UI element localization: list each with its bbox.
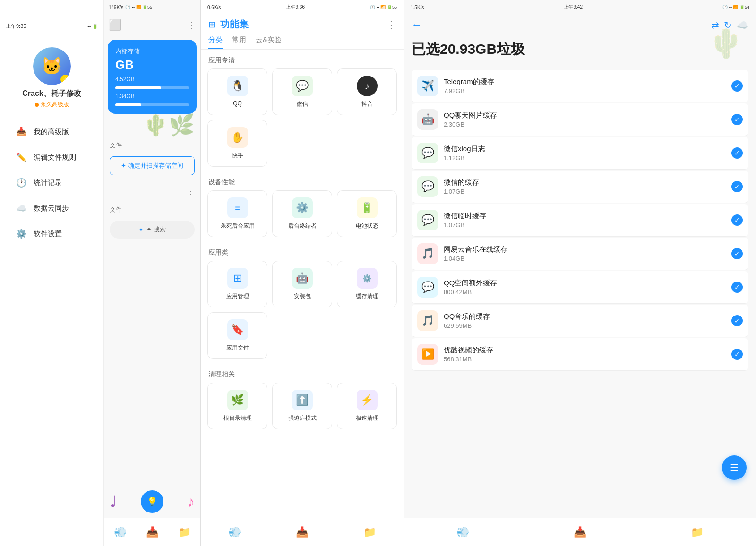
- junk-list-item[interactable]: 🎵 网易云音乐在线缓存 1.04GB ✓: [412, 238, 748, 270]
- junk-app-icon: 💬: [417, 277, 438, 298]
- music-note-2: ♪: [187, 493, 195, 511]
- time-4: 上午9:42: [564, 4, 582, 10]
- sidebar-item-stats[interactable]: 🕐 统计记录: [7, 171, 97, 195]
- feature-battery[interactable]: 🔋 电池状态: [337, 190, 397, 237]
- junk-list-item[interactable]: 💬 微信xlog日志 1.12GB ✓: [412, 137, 748, 170]
- feature-fast-clean[interactable]: ⚡ 极速清理: [337, 383, 397, 429]
- apk-icon: 🤖: [292, 268, 313, 289]
- panel3-nav-home[interactable]: 💨: [228, 526, 241, 538]
- sidebar-item-premium[interactable]: 📥 我的高级版: [7, 120, 97, 144]
- feature-douyin[interactable]: ♪ 抖音: [337, 68, 397, 115]
- junk-list-item[interactable]: ▶️ 优酷视频的缓存 568.31MB ✓: [412, 338, 748, 371]
- storage-gb: GB: [115, 58, 189, 72]
- nav-download-icon[interactable]: 📥: [146, 526, 159, 538]
- sidebar-item-cloud[interactable]: ☁️ 数据云同步: [7, 196, 97, 220]
- feature-root-clean[interactable]: 🌿 根目录清理: [207, 383, 267, 429]
- junk-list-item[interactable]: 💬 微信的缓存 1.07GB ✓: [412, 171, 748, 203]
- junk-item-info: Telegram的缓存 7.92GB: [444, 77, 726, 94]
- music-note-1: ♩: [110, 493, 117, 511]
- panel4-nav-folder[interactable]: 📁: [691, 526, 704, 538]
- junk-app-icon: 💬: [417, 176, 438, 197]
- feature-app-manage[interactable]: ⊞ 应用管理: [207, 261, 267, 307]
- junk-list-item[interactable]: 🎵 QQ音乐的缓存 629.59MB ✓: [412, 305, 748, 337]
- junk-check-icon[interactable]: ✓: [731, 248, 743, 259]
- tab-cloud[interactable]: 云&实验: [256, 35, 282, 49]
- junk-item-info: 微信临时缓存 1.07GB: [444, 212, 726, 229]
- junk-item-name: 微信的缓存: [444, 178, 726, 187]
- back-button[interactable]: ←: [412, 19, 422, 31]
- music-play-button[interactable]: 💡: [141, 490, 163, 513]
- feature-bg-killer[interactable]: ⚙️ 后台终结者: [272, 190, 332, 237]
- feature-wechat[interactable]: 💬 微信: [272, 68, 332, 115]
- bg-killer-label: 后台终结者: [288, 222, 317, 230]
- feature-qq[interactable]: 🐧 QQ: [207, 68, 267, 115]
- panel2-carousel-icon[interactable]: ⬜: [109, 19, 121, 31]
- more-icon-3[interactable]: ⋮: [387, 19, 396, 30]
- junk-list-item[interactable]: ✈️ Telegram的缓存 7.92GB ✓: [412, 70, 748, 102]
- feature-kuaishou[interactable]: ✋ 快手: [207, 120, 267, 167]
- panel3-nav-folder[interactable]: 📁: [363, 526, 376, 538]
- search-button[interactable]: ✦ ✦ 搜索: [110, 221, 195, 239]
- junk-check-icon[interactable]: ✓: [731, 147, 743, 159]
- junk-item-size: 1.07GB: [444, 222, 726, 229]
- junk-list-item[interactable]: 💬 QQ空间额外缓存 800.42MB ✓: [412, 271, 748, 304]
- cache-clear-icon: ⚙️: [357, 268, 378, 289]
- storage-bar2: [115, 103, 189, 106]
- junk-app-icon: ▶️: [417, 344, 438, 365]
- menu-label-stats: 统计记录: [34, 179, 62, 188]
- panel3-bottom-nav: 💨 📥 📁: [201, 518, 404, 546]
- nav-home-icon[interactable]: 💨: [114, 526, 127, 538]
- menu-icon-premium: 📥: [15, 125, 28, 138]
- tab-common[interactable]: 常用: [232, 35, 246, 49]
- junk-item-size: 568.31MB: [444, 356, 726, 363]
- panel4-header: ← ⇄ ↻ ☁️: [404, 14, 756, 36]
- panel4-nav-download[interactable]: 📥: [574, 526, 586, 538]
- feature-cache-clear[interactable]: ⚙️ 缓存清理: [337, 261, 397, 307]
- junk-item-size: 1.12GB: [444, 154, 726, 162]
- panel2-more-icon[interactable]: ⋮: [187, 20, 196, 30]
- ocd-icon: ⬆️: [292, 390, 313, 410]
- menu-list: 📥 我的高级版 ✏️ 编辑文件规则 🕐 统计记录 ☁️ 数据云同步 ⚙️ 软件设…: [7, 120, 97, 247]
- feature-grid-appfile: 🔖 应用文件: [201, 312, 404, 364]
- junk-check-icon[interactable]: ✓: [731, 214, 743, 226]
- panel3-nav-download[interactable]: 📥: [296, 526, 309, 538]
- panel2-bottom-nav: 💨 📥 📁: [104, 518, 200, 546]
- panel4-bottom-nav: 💨 📥 📁: [404, 518, 756, 546]
- nav-folder-icon[interactable]: 📁: [178, 526, 191, 538]
- tab-classify[interactable]: 分类: [208, 35, 223, 49]
- junk-item-name: Telegram的缓存: [444, 77, 726, 86]
- fab-button[interactable]: ☰: [722, 455, 747, 480]
- junk-check-icon[interactable]: ✓: [731, 181, 743, 192]
- cache-clear-label: 缓存清理: [356, 292, 378, 300]
- junk-item-name: 微信xlog日志: [444, 145, 726, 154]
- feature-ocd[interactable]: ⬆️ 强迫症模式: [272, 383, 332, 429]
- sidebar-item-settings[interactable]: ⚙️ 软件设置: [7, 222, 97, 246]
- junk-item-info: QQ聊天图片缓存 2.30GB: [444, 111, 726, 128]
- junk-icon-emoji: 💬: [421, 147, 434, 159]
- hero-deco: 🌵: [708, 26, 744, 60]
- scan-button[interactable]: ✦ 确定并扫描存储空间: [110, 156, 195, 175]
- feature-kill-bg[interactable]: ≡ 杀死后台应用: [207, 190, 267, 237]
- junk-check-icon[interactable]: ✓: [731, 349, 743, 360]
- junk-list-item[interactable]: 🤖 QQ聊天图片缓存 2.30GB ✓: [412, 103, 748, 136]
- junk-check-icon[interactable]: ✓: [731, 282, 743, 293]
- status-bar-2: 149K/s 🕐 ▪▪ 📶 🔋55: [104, 0, 200, 14]
- junk-check-icon[interactable]: ✓: [731, 80, 743, 92]
- sidebar-panel: 上午9:35 ▪▪ 🔋 🐱 ⭐ Crack、耗子修改 永久高级版 📥 我的高级版…: [0, 0, 104, 546]
- junk-app-icon: 💬: [417, 143, 438, 163]
- fab-icon: ☰: [730, 462, 739, 473]
- light-icon: 💡: [147, 496, 157, 507]
- status-bar-4: 1.5K/s 上午9:42 🕐 ▪▪ 📶 🔋54: [404, 0, 756, 14]
- root-clean-icon: 🌿: [227, 390, 248, 410]
- junk-check-icon[interactable]: ✓: [731, 114, 743, 125]
- junk-list-item[interactable]: 💬 微信临时缓存 1.07GB ✓: [412, 204, 748, 237]
- panel4-nav-home[interactable]: 💨: [456, 526, 469, 538]
- sidebar-item-rules[interactable]: ✏️ 编辑文件规则: [7, 145, 97, 169]
- username: Crack、耗子修改: [22, 89, 81, 99]
- feature-apk[interactable]: 🤖 安装包: [272, 261, 332, 307]
- search-sparkle-icon: ✦: [138, 226, 144, 233]
- dots-icon[interactable]: ⋮: [186, 186, 195, 196]
- junk-item-info: 网易云音乐在线缓存 1.04GB: [444, 245, 726, 262]
- feature-app-file[interactable]: 🔖 应用文件: [207, 312, 267, 359]
- junk-check-icon[interactable]: ✓: [731, 315, 743, 326]
